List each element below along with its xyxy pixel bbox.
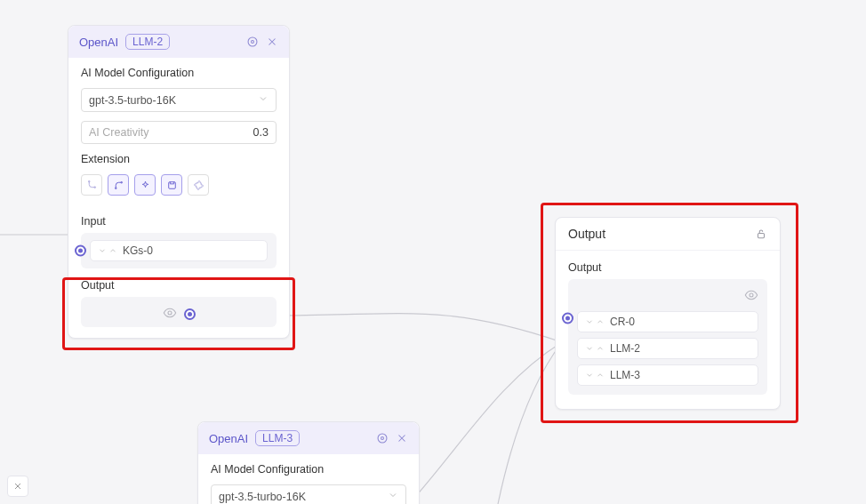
node-llm3-header: OpenAI LLM-3: [198, 422, 419, 454]
expand-collapse-icons[interactable]: [585, 344, 605, 353]
output-input-port[interactable]: [562, 313, 573, 324]
node-llm2-input-section: Input KGs-0: [68, 208, 289, 279]
output-section-label: Output: [568, 261, 767, 274]
output-list: CR-0 LLM-2 LLM-3: [577, 311, 758, 386]
expand-collapse-icons[interactable]: [585, 371, 605, 380]
list-item[interactable]: LLM-2: [577, 338, 758, 359]
extension-label: Extension: [81, 153, 277, 165]
ext-puzzle-icon[interactable]: [188, 174, 209, 196]
node-output-header: Output: [556, 218, 780, 251]
node-llm3-body: AI Model Configuration gpt-3.5-turbo-16K: [198, 454, 419, 504]
node-llm2-output-section: Output: [68, 279, 289, 338]
svg-rect-6: [168, 181, 175, 188]
node-llm3[interactable]: OpenAI LLM-3 AI Model Configuration gpt-…: [197, 421, 420, 504]
svg-point-11: [378, 434, 387, 443]
node-output-title: Output: [568, 227, 605, 241]
model-select[interactable]: gpt-3.5-turbo-16K: [211, 484, 406, 504]
settings-icon[interactable]: [376, 432, 389, 444]
config-label: AI Model Configuration: [211, 463, 406, 476]
input-chip[interactable]: KGs-0: [90, 240, 268, 261]
node-llm3-provider: OpenAI: [209, 432, 248, 445]
config-label: AI Model Configuration: [81, 67, 277, 79]
svg-point-1: [248, 37, 257, 46]
model-select-value: gpt-3.5-turbo-16K: [219, 491, 306, 503]
node-output-body: Output CR-0: [556, 251, 780, 409]
panel-close-button[interactable]: [7, 476, 28, 497]
model-select[interactable]: gpt-3.5-turbo-16K: [81, 88, 277, 112]
settings-icon[interactable]: [246, 36, 259, 48]
node-llm2-provider: OpenAI: [79, 36, 118, 49]
list-item-label: LLM-3: [610, 369, 640, 381]
node-llm2-body: AI Model Configuration gpt-3.5-turbo-16K…: [68, 58, 289, 208]
node-llm2-header: OpenAI LLM-2: [68, 26, 289, 58]
model-select-value: gpt-3.5-turbo-16K: [89, 94, 176, 107]
chevron-down-icon: [388, 490, 398, 503]
output-port[interactable]: [184, 308, 196, 320]
creativity-value: 0.3: [253, 126, 269, 139]
output-list-head: [577, 288, 758, 302]
chevron-down-icon: [258, 93, 269, 107]
eye-icon[interactable]: [744, 288, 758, 302]
extension-row: [81, 174, 277, 196]
ext-branch-icon[interactable]: [81, 174, 102, 196]
svg-point-9: [750, 293, 753, 297]
close-icon[interactable]: [396, 432, 408, 444]
creativity-label: AI Creativity: [89, 126, 148, 139]
ext-tree-icon[interactable]: [108, 174, 129, 196]
output-list-body: CR-0 LLM-2 LLM-3: [568, 279, 767, 395]
output-body: [81, 297, 277, 327]
expand-collapse-icons[interactable]: [98, 246, 117, 255]
close-icon[interactable]: [266, 36, 278, 48]
ext-save-icon[interactable]: [161, 174, 182, 196]
svg-point-0: [252, 41, 254, 44]
node-llm2-tag: LLM-2: [125, 34, 170, 50]
node-llm3-tag: LLM-3: [255, 430, 300, 446]
input-port[interactable]: [75, 245, 86, 257]
svg-point-7: [168, 311, 172, 315]
input-chip-label: KGs-0: [123, 244, 153, 257]
node-output[interactable]: Output Output CR-0: [555, 217, 781, 410]
lock-icon[interactable]: [755, 228, 767, 240]
list-item-label: LLM-2: [610, 342, 640, 355]
ext-sparkle-icon[interactable]: [134, 174, 156, 196]
svg-point-10: [381, 437, 384, 440]
input-label: Input: [81, 215, 277, 228]
expand-collapse-icons[interactable]: [585, 317, 605, 326]
list-item[interactable]: CR-0: [577, 311, 758, 332]
eye-icon[interactable]: [163, 306, 177, 320]
output-label: Output: [81, 279, 277, 292]
creativity-field[interactable]: AI Creativity 0.3: [81, 121, 277, 144]
list-item[interactable]: LLM-3: [577, 364, 758, 386]
list-item-label: CR-0: [610, 316, 635, 328]
node-llm2[interactable]: OpenAI LLM-2 AI Model Configuration gpt-…: [68, 25, 290, 339]
input-body: KGs-0: [81, 233, 277, 268]
svg-rect-8: [758, 233, 765, 237]
